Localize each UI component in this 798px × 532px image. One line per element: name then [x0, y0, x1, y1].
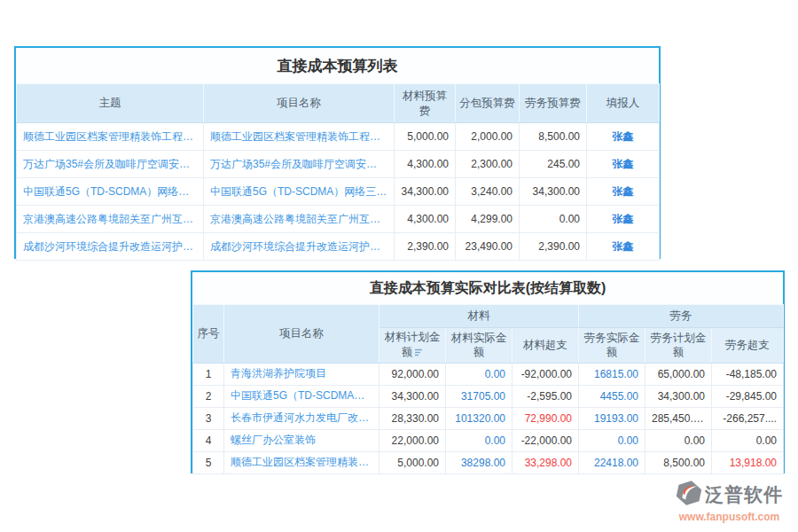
subject-link[interactable]: 顺德工业园区档案管理精装饰工程（...	[17, 123, 204, 151]
project-link[interactable]: 万达广场35#会所及咖啡厅空调安装工程	[204, 151, 395, 178]
reporter-link[interactable]: 张鑫	[587, 233, 660, 261]
seq-cell: 2	[193, 385, 224, 407]
subject-link[interactable]: 京港澳高速公路粤境韶关至广州互通...	[17, 206, 204, 233]
labor-overspend-cell: 13,918.00	[712, 451, 784, 473]
col-header-project[interactable]: 项目名称	[204, 84, 395, 123]
labor-plan-cell: 65,000.00	[645, 363, 712, 385]
subcontract-budget-cell: 2,000.00	[456, 123, 520, 151]
project-link[interactable]: 成都沙河环境综合提升改造运河护岸...	[204, 233, 395, 261]
comparison-row: 1青海洪湖养护院项目92,000.000.00-92,000.0016815.0…	[193, 363, 784, 385]
labor-plan-cell: 0.00	[645, 429, 712, 451]
comparison-table: 序号 项目名称 材料 劳务 材料计划金额 材料实际金额 材料超支 劳务实际金额 …	[192, 304, 784, 474]
material-actual-cell[interactable]: 38298.00	[446, 451, 512, 473]
labor-overspend-cell: -29,845.00	[712, 385, 784, 407]
material-overspend-cell: -2,595.00	[512, 385, 579, 407]
col-header-project-name[interactable]: 项目名称	[224, 305, 379, 364]
comparison-table-title: 直接成本预算实际对比表(按结算取数)	[192, 272, 783, 304]
labor-actual-cell[interactable]: 22418.00	[579, 451, 645, 473]
project-link[interactable]: 长春市伊通河水力发电厂改建工程	[224, 407, 379, 429]
subcontract-budget-cell: 2,300.00	[456, 151, 520, 178]
comparison-row: 3长春市伊通河水力发电厂改建工程28,330.00101320.0072,990…	[193, 407, 784, 429]
material-budget-cell: 4,300.00	[395, 206, 456, 233]
labor-budget-cell: 8,500.00	[520, 123, 587, 151]
comparison-row: 2中国联通5G（TD-SCDMA）网络三34,300.0031705.00-2,…	[193, 385, 784, 407]
budget-list-row: 万达广场35#会所及咖啡厅空调安装...万达广场35#会所及咖啡厅空调安装工程4…	[17, 151, 660, 178]
material-plan-cell: 92,000.00	[379, 363, 446, 385]
col-header-labor-budget[interactable]: 劳务预算费	[520, 84, 587, 123]
project-link[interactable]: 顺德工业园区档案管理精装饰工程（...	[204, 123, 395, 151]
reporter-link[interactable]: 张鑫	[587, 123, 660, 151]
material-overspend-cell: 33,298.00	[512, 451, 579, 473]
material-plan-cell: 5,000.00	[379, 451, 446, 473]
col-header-labor-overspend[interactable]: 劳务超支	[712, 328, 784, 364]
project-link[interactable]: 中国联通5G（TD-SCDMA）网络三期...	[204, 178, 395, 206]
sort-icon[interactable]	[415, 346, 423, 361]
col-header-reporter[interactable]: 填报人	[587, 84, 660, 123]
col-header-labor-plan[interactable]: 劳务计划金额	[645, 328, 712, 364]
project-link[interactable]: 京港澳高速公路粤境韶关至广州互通...	[204, 206, 395, 233]
direct-cost-budget-list-panel: 直接成本预算列表 主题 项目名称 材料预算费 分包预算费 劳务预算费 填报人 顺…	[14, 46, 661, 259]
budget-list-row: 顺德工业园区档案管理精装饰工程（...顺德工业园区档案管理精装饰工程（...5,…	[17, 123, 660, 151]
material-overspend-cell: -92,000.00	[512, 363, 579, 385]
fanpu-brand-text: 泛普软件	[705, 482, 783, 507]
project-link[interactable]: 青海洪湖养护院项目	[224, 363, 379, 385]
subcontract-budget-cell: 4,299.00	[456, 206, 520, 233]
material-budget-cell: 2,390.00	[395, 233, 456, 261]
subject-link[interactable]: 中国联通5G（TD-SCDMA）网络三...	[17, 178, 204, 206]
comparison-row: 5顺德工业园区档案管理精装饰工程5,000.0038298.0033,298.0…	[193, 451, 784, 473]
col-header-seq: 序号	[193, 305, 224, 364]
labor-actual-cell[interactable]: 19193.00	[579, 407, 645, 429]
col-header-material-plan[interactable]: 材料计划金额	[379, 328, 446, 364]
budget-list-row: 京港澳高速公路粤境韶关至广州互通...京港澳高速公路粤境韶关至广州互通...4,…	[17, 206, 660, 233]
seq-cell: 1	[193, 363, 224, 385]
material-plan-cell: 22,000.00	[379, 429, 446, 451]
col-header-material-overspend[interactable]: 材料超支	[512, 328, 579, 364]
labor-actual-cell[interactable]: 4455.00	[579, 385, 645, 407]
seq-cell: 5	[193, 451, 224, 473]
reporter-link[interactable]: 张鑫	[587, 151, 660, 178]
material-actual-cell[interactable]: 101320.00	[446, 407, 512, 429]
labor-budget-cell: 245.00	[520, 151, 587, 178]
col-header-subject[interactable]: 主题	[17, 84, 204, 123]
budget-list-row: 中国联通5G（TD-SCDMA）网络三...中国联通5G（TD-SCDMA）网络…	[17, 178, 660, 206]
fanpu-logo-icon	[676, 480, 702, 510]
project-link[interactable]: 螺丝厂办公室装饰	[224, 429, 379, 451]
subject-link[interactable]: 成都沙河环境综合提升改造运河护岸...	[17, 233, 204, 261]
fanpu-logo: 泛普软件 www.fanpusoft.com	[669, 480, 789, 523]
seq-cell: 3	[193, 407, 224, 429]
labor-actual-cell[interactable]: 16815.00	[579, 363, 645, 385]
col-header-labor-actual[interactable]: 劳务实际金额	[579, 328, 645, 364]
col-header-material-budget[interactable]: 材料预算费	[395, 84, 456, 123]
budget-list-row: 成都沙河环境综合提升改造运河护岸...成都沙河环境综合提升改造运河护岸...2,…	[17, 233, 660, 261]
labor-budget-cell: 0.00	[520, 206, 587, 233]
labor-plan-cell: 8,500.00	[645, 451, 712, 473]
group-header-labor: 劳务	[579, 305, 784, 328]
labor-overspend-cell: 0.00	[712, 429, 784, 451]
budget-list-header-row: 主题 项目名称 材料预算费 分包预算费 劳务预算费 填报人	[17, 84, 660, 123]
budget-list-table: 主题 项目名称 材料预算费 分包预算费 劳务预算费 填报人 顺德工业园区档案管理…	[16, 83, 660, 261]
material-overspend-cell: 72,990.00	[512, 407, 579, 429]
fanpu-url: www.fanpusoft.com	[669, 511, 789, 523]
subcontract-budget-cell: 23,490.00	[456, 233, 520, 261]
labor-plan-cell: 34,300.00	[645, 385, 712, 407]
material-actual-cell[interactable]: 31705.00	[446, 385, 512, 407]
seq-cell: 4	[193, 429, 224, 451]
project-link[interactable]: 中国联通5G（TD-SCDMA）网络三	[224, 385, 379, 407]
col-header-subcontract-budget[interactable]: 分包预算费	[456, 84, 520, 123]
material-budget-cell: 5,000.00	[395, 123, 456, 151]
project-link[interactable]: 顺德工业园区档案管理精装饰工程	[224, 451, 379, 473]
budget-list-title: 直接成本预算列表	[16, 48, 659, 83]
material-overspend-cell: -22,000.00	[512, 429, 579, 451]
labor-actual-cell[interactable]: 0.00	[579, 429, 645, 451]
budget-actual-comparison-panel: 直接成本预算实际对比表(按结算取数) 序号 项目名称 材料 劳务 材料计划金额 …	[191, 270, 785, 473]
material-plan-cell: 34,300.00	[379, 385, 446, 407]
comparison-group-header-row: 序号 项目名称 材料 劳务	[193, 305, 784, 328]
col-header-material-actual[interactable]: 材料实际金额	[446, 328, 512, 364]
material-actual-cell[interactable]: 0.00	[446, 363, 512, 385]
group-header-material: 材料	[379, 305, 579, 328]
reporter-link[interactable]: 张鑫	[587, 206, 660, 233]
reporter-link[interactable]: 张鑫	[587, 178, 660, 206]
labor-overspend-cell: -48,185.00	[712, 363, 784, 385]
subject-link[interactable]: 万达广场35#会所及咖啡厅空调安装...	[17, 151, 204, 178]
material-actual-cell[interactable]: 0.00	[446, 429, 512, 451]
